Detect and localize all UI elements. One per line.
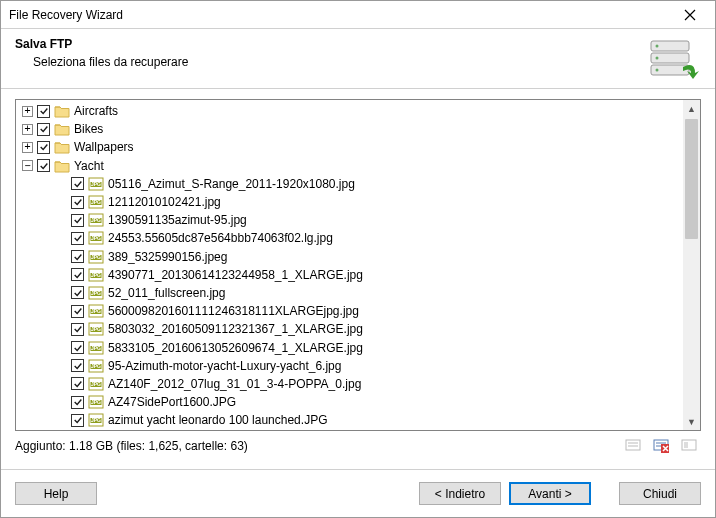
tree-file-row[interactable]: JPG12112010102421.jpg [16, 193, 683, 211]
svg-point-4 [656, 57, 659, 60]
tree-file-row[interactable]: JPG05116_Azimut_S-Range_2011-1920x1080.j… [16, 175, 683, 193]
tree-file-row[interactable]: JPG5803032_20160509112321367_1_XLARGE.jp… [16, 320, 683, 338]
tool-icon-delete[interactable] [653, 437, 669, 456]
vertical-scrollbar[interactable]: ▲ ▼ [683, 100, 700, 430]
jpg-icon: JPG [88, 250, 104, 264]
expander-none [56, 415, 67, 426]
tree-file-row[interactable]: JPG5600098201601111246318111XLARGEjpg.jp… [16, 302, 683, 320]
jpg-icon: JPG [88, 413, 104, 427]
header-subtitle: Seleziona files da recuperare [15, 55, 645, 69]
expander-icon[interactable]: + [22, 142, 33, 153]
tool-icon-1[interactable] [625, 437, 641, 456]
checkbox[interactable] [37, 141, 50, 154]
checkbox[interactable] [71, 268, 84, 281]
tree-folder-row[interactable]: +Aircrafts [16, 102, 683, 120]
jpg-icon: JPG [88, 377, 104, 391]
tree-file-row[interactable]: JPGAZ47SidePort1600.JPG [16, 393, 683, 411]
jpg-icon: JPG [88, 231, 104, 245]
file-label: 95-Azimuth-motor-yacht-Luxury-yacht_6.jp… [108, 359, 341, 373]
expander-none [56, 178, 67, 189]
expander-none [56, 324, 67, 335]
status-text: Aggiunto: 1.18 GB (files: 1,625, cartell… [15, 439, 625, 453]
checkbox[interactable] [71, 250, 84, 263]
folder-icon [54, 104, 70, 118]
checkbox[interactable] [71, 377, 84, 390]
file-tree[interactable]: +Aircrafts+Bikes+Wallpapers−YachtJPG0511… [16, 100, 683, 430]
jpg-icon: JPG [88, 341, 104, 355]
help-button[interactable]: Help [15, 482, 97, 505]
expander-icon[interactable]: + [22, 106, 33, 117]
checkbox[interactable] [37, 123, 50, 136]
svg-text:JPG: JPG [91, 308, 101, 314]
checkbox[interactable] [71, 286, 84, 299]
svg-text:JPG: JPG [91, 254, 101, 260]
next-button[interactable]: Avanti > [509, 482, 591, 505]
svg-rect-48 [626, 440, 640, 450]
checkbox[interactable] [71, 214, 84, 227]
checkbox[interactable] [71, 196, 84, 209]
tree-file-row[interactable]: JPGAZ140F_2012_07lug_31_01_3-4-POPPA_0.j… [16, 375, 683, 393]
expander-none [56, 197, 67, 208]
scroll-up-icon[interactable]: ▲ [683, 100, 700, 117]
tree-file-row[interactable]: JPG52_011_fullscreen.jpg [16, 284, 683, 302]
jpg-icon: JPG [88, 359, 104, 373]
file-label: AZ47SidePort1600.JPG [108, 395, 236, 409]
expander-none [56, 397, 67, 408]
expander-icon[interactable]: − [22, 160, 33, 171]
checkbox[interactable] [71, 232, 84, 245]
jpg-icon: JPG [88, 286, 104, 300]
expander-none [56, 342, 67, 353]
tree-file-row[interactable]: JPG24553.55605dc87e564bbb74063f02.lg.jpg [16, 229, 683, 247]
tree-file-row[interactable]: JPG4390771_20130614123244958_1_XLARGE.jp… [16, 266, 683, 284]
file-label: 12112010102421.jpg [108, 195, 221, 209]
tree-file-row[interactable]: JPGazimut yacht leonardo 100 launched.JP… [16, 411, 683, 429]
tree-file-row[interactable]: JPG95-Azimuth-motor-yacht-Luxury-yacht_6… [16, 357, 683, 375]
checkbox[interactable] [71, 414, 84, 427]
checkbox[interactable] [37, 105, 50, 118]
svg-text:JPG: JPG [91, 235, 101, 241]
folder-label: Bikes [74, 122, 103, 136]
folder-icon [54, 140, 70, 154]
jpg-icon: JPG [88, 177, 104, 191]
tree-folder-row[interactable]: +Wallpapers [16, 138, 683, 156]
svg-text:JPG: JPG [91, 272, 101, 278]
checkbox[interactable] [71, 359, 84, 372]
wizard-header: Salva FTP Seleziona files da recuperare [1, 29, 715, 89]
titlebar: File Recovery Wizard [1, 1, 715, 29]
scroll-down-icon[interactable]: ▼ [683, 413, 700, 430]
expander-icon[interactable]: + [22, 124, 33, 135]
file-label: 24553.55605dc87e564bbb74063f02.lg.jpg [108, 231, 333, 245]
tree-folder-row[interactable]: −Yacht [16, 157, 683, 175]
tree-file-row[interactable]: JPG389_5325990156.jpeg [16, 248, 683, 266]
expander-none [56, 251, 67, 262]
folder-icon [54, 122, 70, 136]
file-label: 1390591135azimut-95.jpg [108, 213, 247, 227]
file-label: 5803032_20160509112321367_1_XLARGE.jpg [108, 322, 363, 336]
tree-file-row[interactable]: JPG5833105_20160613052609674_1_XLARGE.jp… [16, 338, 683, 356]
close-icon[interactable] [671, 4, 709, 26]
checkbox[interactable] [71, 341, 84, 354]
close-button[interactable]: Chiudi [619, 482, 701, 505]
jpg-icon: JPG [88, 304, 104, 318]
file-label: 52_011_fullscreen.jpg [108, 286, 225, 300]
tool-icon-3[interactable] [681, 437, 697, 456]
checkbox[interactable] [71, 323, 84, 336]
folder-label: Wallpapers [74, 140, 134, 154]
expander-none [56, 215, 67, 226]
svg-text:JPG: JPG [91, 345, 101, 351]
tree-file-row[interactable]: JPG1390591135azimut-95.jpg [16, 211, 683, 229]
scroll-thumb[interactable] [685, 119, 698, 239]
checkbox[interactable] [71, 396, 84, 409]
wizard-footer: Help < Indietro Avanti > Chiudi [1, 469, 715, 517]
checkbox[interactable] [37, 159, 50, 172]
file-label: 4390771_20130614123244958_1_XLARGE.jpg [108, 268, 363, 282]
tree-folder-row[interactable]: +Bikes [16, 120, 683, 138]
jpg-icon: JPG [88, 213, 104, 227]
checkbox[interactable] [71, 177, 84, 190]
back-button[interactable]: < Indietro [419, 482, 501, 505]
checkbox[interactable] [71, 305, 84, 318]
jpg-icon: JPG [88, 195, 104, 209]
expander-none [56, 233, 67, 244]
file-label: AZ140F_2012_07lug_31_01_3-4-POPPA_0.jpg [108, 377, 361, 391]
svg-point-3 [656, 45, 659, 48]
